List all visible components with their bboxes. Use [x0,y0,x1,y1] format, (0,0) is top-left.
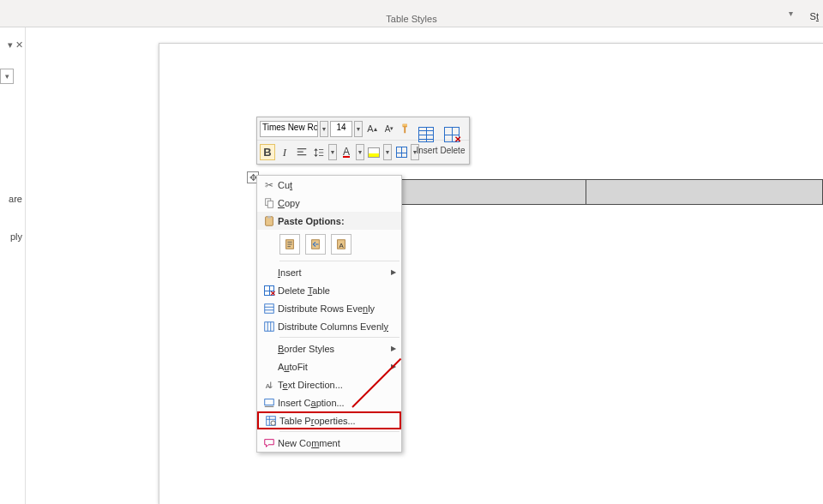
caption-icon [261,397,278,409]
chevron-right-icon: ▶ [391,268,396,276]
chevron-right-icon: ▶ [391,363,396,370]
chevron-right-icon: ▶ [391,345,396,352]
cut-label: Cut [278,180,292,190]
menu-autofit[interactable]: AutoFit ▶ [257,357,401,375]
side-text-ply: ply [0,231,22,242]
font-name-dropdown-icon[interactable]: ▼ [320,121,328,137]
insert-label: Insert [416,146,437,155]
dist-rows-label: Distribute Rows Evenly [278,303,375,314]
format-painter-button[interactable] [399,121,414,137]
menu-distribute-rows[interactable]: Distribute Rows Evenly [257,299,401,317]
menu-paste-options-header: Paste Options: [257,212,401,230]
side-text-are: are [0,194,22,204]
menu-insert[interactable]: Insert ▶ [257,263,401,281]
dist-rows-icon [261,303,278,315]
corner-text: St [810,11,819,21]
align-icon [296,147,308,159]
autofit-label: AutoFit [278,362,308,372]
grow-font-button[interactable]: A▴ [364,121,380,137]
border-styles-label: Border Styles [278,344,334,354]
ribbon-top-bar: Table Styles ▾ St [0,0,823,27]
new-comment-label: New Comment [278,438,340,448]
comment-icon [261,437,278,449]
table-properties-label: Table Properties... [279,416,356,426]
line-spacing-button[interactable] [311,144,327,160]
font-size-dropdown-icon[interactable]: ▼ [354,121,363,137]
menu-border-styles[interactable]: Border Styles ▶ [257,339,401,357]
menu-copy[interactable]: Copy [257,194,401,212]
ribbon-collapse-icon[interactable]: ▾ [789,9,793,18]
borders-button[interactable] [393,144,409,160]
align-button[interactable] [294,144,309,160]
svg-rect-11 [265,399,274,405]
svg-point-13 [271,421,275,425]
menu-delete-table[interactable]: ✕ Delete Table [257,281,401,299]
svg-rect-8 [265,303,274,313]
menu-table-properties[interactable]: Table Properties... [257,411,401,429]
copy-icon [261,197,278,209]
copy-label: Copy [278,198,300,208]
font-size-input[interactable]: 14 [330,121,352,137]
italic-button[interactable]: I [277,144,292,160]
menu-insert-caption[interactable]: Insert Caption... [257,393,401,411]
font-name-input[interactable]: Times New Ro [260,121,318,137]
paste-merge-formatting[interactable] [305,234,326,255]
table-context-menu: ✂ Cut Copy Paste Options: A Insert ▶ ✕ D… [256,175,402,453]
shrink-font-button[interactable]: A▾ [381,121,397,137]
menu-text-direction[interactable]: A Text Direction... [257,375,401,393]
svg-rect-3 [267,215,271,218]
pane-dropdown-icon[interactable]: ▾ [8,39,13,51]
menu-separator [279,431,399,432]
insert-label: Insert [278,267,302,278]
menu-distribute-cols[interactable]: Distribute Columns Evenly [257,317,401,335]
dist-cols-label: Distribute Columns Evenly [278,321,388,332]
bold-button[interactable]: B [260,144,275,160]
highlight-button[interactable] [366,144,381,160]
svg-text:A: A [266,381,271,389]
dist-cols-icon [261,321,278,333]
mini-toolbar: Times New Ro ▼ 14 ▼ A▴ A▾ B I ▼ A ▼ ▼ ▼ … [256,117,470,165]
highlight-dropdown-icon[interactable]: ▼ [383,144,392,160]
svg-text:A: A [339,242,344,249]
insert-table-button[interactable]: Insert [414,119,440,162]
delete-label: Delete [441,146,466,155]
scissors-icon: ✂ [261,179,278,191]
text-direction-icon: A [261,379,278,391]
menu-separator [279,261,399,261]
table-properties-icon [262,415,279,427]
menu-separator [279,337,399,338]
delete-table-label: Delete Table [278,285,330,296]
paste-text-only[interactable]: A [331,234,351,255]
delete-table-icon: ✕ [261,285,278,296]
delete-table-button[interactable]: ✕ Delete [440,119,466,162]
spacing-dropdown-icon[interactable]: ▼ [328,144,337,160]
menu-new-comment[interactable]: New Comment [257,434,401,452]
text-direction-label: Text Direction... [278,380,343,390]
font-color-dropdown-icon[interactable]: ▼ [356,144,364,160]
paintbrush-icon [400,123,412,135]
clipboard-icon [261,215,278,227]
pane-close-icon[interactable]: ✕ [15,39,23,51]
side-dropdown[interactable]: ▾ [0,69,14,84]
paste-keep-formatting[interactable] [279,234,300,255]
menu-cut[interactable]: ✂ Cut [257,176,401,194]
line-spacing-icon [313,147,325,159]
styles-pane-fragment: ▾ ✕ ▾ are ply [0,27,26,504]
font-color-button[interactable]: A [339,144,354,160]
svg-rect-9 [265,321,274,331]
ribbon-group-label: Table Styles [386,14,436,24]
paste-options-row: A [257,230,401,259]
svg-rect-1 [267,201,273,207]
insert-caption-label: Insert Caption... [278,398,345,408]
paste-options-label: Paste Options: [278,216,396,226]
pane-close-group: ▾ ✕ [8,39,23,51]
